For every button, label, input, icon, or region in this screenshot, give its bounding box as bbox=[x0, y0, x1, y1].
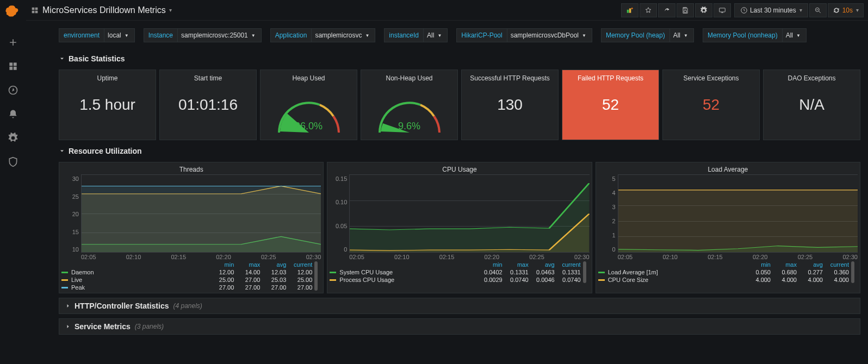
title-dropdown-icon[interactable]: ▾ bbox=[169, 7, 172, 13]
svg-rect-1 bbox=[627, 9, 629, 12]
svg-rect-4 bbox=[721, 12, 723, 12]
admin-icon[interactable] bbox=[8, 156, 18, 167]
filter-instanceid: instanceIdAll▼ bbox=[384, 28, 448, 42]
section-header-resource[interactable]: Resource Utilization bbox=[59, 145, 860, 158]
zoom-out-button[interactable] bbox=[809, 3, 827, 17]
legend-header-current[interactable]: current bbox=[286, 261, 312, 268]
plot-area[interactable] bbox=[618, 174, 858, 253]
section-service[interactable]: Service Metrics (3 panels) bbox=[59, 318, 860, 335]
legend-header-max[interactable]: max bbox=[771, 261, 797, 268]
chevron-down-icon bbox=[59, 55, 65, 62]
legend-header-current[interactable]: current bbox=[823, 261, 849, 268]
legend-swatch bbox=[598, 272, 605, 273]
filter-value-dropdown[interactable]: samplemicrosvc:25001▼ bbox=[177, 29, 261, 42]
legend-header-avg[interactable]: avg bbox=[797, 261, 823, 268]
plot-area[interactable] bbox=[349, 174, 589, 253]
filter-label: Instance bbox=[144, 29, 177, 42]
filter-label: Memory Pool (nonheap) bbox=[703, 29, 782, 42]
legend-row[interactable]: Load Average [1m]0.0500.6800.2770.360 bbox=[598, 269, 849, 275]
section-basic: Basic Statistics Uptime 1.5 hour Start t… bbox=[59, 52, 860, 140]
dashboard-title[interactable]: MicroServices Drilldown Metrics bbox=[42, 5, 166, 15]
legend-row[interactable]: System CPU Usage0.04020.13310.04630.1331 bbox=[330, 269, 580, 275]
filter-value-dropdown[interactable]: samplemicrosvcDbPool▼ bbox=[507, 29, 592, 42]
section-http[interactable]: HTTP/Controller Statistics (4 panels) bbox=[59, 298, 860, 314]
filter-instance: Instancesamplemicrosvc:25001▼ bbox=[144, 28, 262, 42]
y-axis: 3025201510 bbox=[61, 174, 81, 261]
legend-header-avg[interactable]: avg bbox=[260, 261, 286, 268]
filter-value-dropdown[interactable]: All▼ bbox=[423, 29, 447, 42]
dashboard-grid-icon[interactable] bbox=[30, 6, 39, 15]
panel-start-time[interactable]: Start time 01:01:16 bbox=[159, 70, 257, 140]
save-button[interactable] bbox=[677, 3, 694, 17]
plot-area[interactable] bbox=[81, 174, 321, 253]
legend-row[interactable]: CPU Core Size4.0004.0004.0004.000 bbox=[598, 277, 849, 283]
legend-header-min[interactable]: min bbox=[208, 261, 234, 268]
legend-row[interactable]: Process CPU Usage0.00290.07400.00460.074… bbox=[330, 277, 580, 283]
legend-header-min[interactable]: min bbox=[745, 261, 771, 268]
time-range-picker[interactable]: Last 30 minutes ▾ bbox=[734, 3, 808, 17]
legend-scrollbar[interactable] bbox=[314, 261, 318, 291]
chevron-down-icon bbox=[59, 148, 65, 154]
panel-service-exceptions[interactable]: Service Exceptions 52 bbox=[662, 70, 760, 140]
plus-icon[interactable] bbox=[8, 37, 18, 48]
filter-label: Application bbox=[271, 29, 312, 42]
panel-uptime[interactable]: Uptime 1.5 hour bbox=[59, 70, 156, 140]
grafana-logo[interactable] bbox=[5, 4, 21, 20]
x-axis: 02:0502:1002:1502:2002:2502:30 bbox=[349, 254, 589, 260]
template-variables: environmentlocal▼Instancesamplemicrosvc:… bbox=[26, 21, 868, 42]
panel-heap-used[interactable]: Heap Used 26.0% bbox=[260, 70, 357, 140]
cycle-view-button[interactable] bbox=[714, 3, 731, 17]
share-button[interactable] bbox=[658, 3, 675, 17]
panel-dao-exceptions[interactable]: DAO Exceptions N/A bbox=[763, 70, 860, 140]
alerting-icon[interactable] bbox=[8, 109, 18, 120]
panel-threads[interactable]: Threads302520151002:0502:1002:1502:2002:… bbox=[59, 162, 324, 293]
legend-swatch bbox=[330, 279, 336, 281]
filter-value-dropdown[interactable]: All▼ bbox=[782, 29, 806, 42]
sidebar bbox=[0, 0, 26, 364]
explore-icon[interactable] bbox=[8, 85, 18, 96]
legend-swatch bbox=[598, 279, 605, 281]
chart-title: Load Average bbox=[598, 166, 858, 173]
filter-value-dropdown[interactable]: local▼ bbox=[104, 29, 134, 42]
stats-row: Uptime 1.5 hour Start time 01:01:16 Heap… bbox=[59, 70, 860, 140]
x-axis: 02:0502:1002:1502:2002:2502:30 bbox=[618, 254, 858, 260]
legend-header-avg[interactable]: avg bbox=[529, 261, 555, 268]
section-header-basic[interactable]: Basic Statistics bbox=[59, 52, 860, 65]
legend-header-max[interactable]: max bbox=[234, 261, 260, 268]
charts-row: Threads302520151002:0502:1002:1502:2002:… bbox=[59, 162, 860, 293]
filter-memory-pool-heap-: Memory Pool (heap)All▼ bbox=[601, 28, 694, 42]
legend-scrollbar[interactable] bbox=[583, 261, 586, 283]
chevron-right-icon bbox=[65, 323, 71, 330]
legend-swatch bbox=[61, 279, 68, 281]
dashboards-icon[interactable] bbox=[8, 61, 18, 72]
panel-load-average[interactable]: Load Average54321002:0502:1002:1502:2002… bbox=[596, 162, 860, 293]
panel-successful-requests[interactable]: Successful HTTP Requests 130 bbox=[461, 70, 559, 140]
filter-label: HikariCP-Pool bbox=[457, 29, 506, 42]
legend-header-max[interactable]: max bbox=[503, 261, 529, 268]
x-axis: 02:0502:1002:1502:2002:2502:30 bbox=[81, 254, 321, 260]
settings-button[interactable] bbox=[695, 3, 712, 17]
legend-row[interactable]: Live25.0027.0025.0325.00 bbox=[61, 277, 312, 283]
panel-cpu-usage[interactable]: CPU Usage0.150.100.05002:0502:1002:1502:… bbox=[327, 162, 592, 293]
filter-label: Memory Pool (heap) bbox=[602, 29, 669, 42]
filter-memory-pool-nonheap-: Memory Pool (nonheap)All▼ bbox=[703, 28, 807, 42]
filter-label: environment bbox=[59, 29, 104, 42]
star-button[interactable] bbox=[640, 3, 657, 17]
legend-header-current[interactable]: current bbox=[555, 261, 581, 268]
panel-nonheap-used[interactable]: Non-Heap Used 9.6% bbox=[361, 70, 458, 140]
add-panel-button[interactable] bbox=[621, 3, 638, 17]
legend: minmaxavgcurrentDaemon12.0014.0012.0312.… bbox=[61, 261, 321, 291]
chevron-right-icon bbox=[65, 303, 71, 309]
legend-swatch bbox=[61, 287, 68, 288]
filter-environment: environmentlocal▼ bbox=[59, 28, 135, 42]
legend-scrollbar[interactable] bbox=[851, 261, 854, 283]
filter-value-dropdown[interactable]: samplemicrosvc▼ bbox=[311, 29, 375, 42]
filter-value-dropdown[interactable]: All▼ bbox=[669, 29, 693, 42]
legend-row[interactable]: Daemon12.0014.0012.0312.00 bbox=[61, 269, 312, 275]
legend-header-min[interactable]: min bbox=[476, 261, 503, 268]
panel-failed-requests[interactable]: Failed HTTP Requests 52 bbox=[562, 70, 659, 140]
config-icon[interactable] bbox=[8, 133, 18, 143]
refresh-button[interactable]: 10s ▾ bbox=[828, 3, 864, 17]
legend-row[interactable]: Peak27.0027.0027.0027.00 bbox=[61, 284, 312, 291]
legend-swatch bbox=[61, 272, 68, 273]
